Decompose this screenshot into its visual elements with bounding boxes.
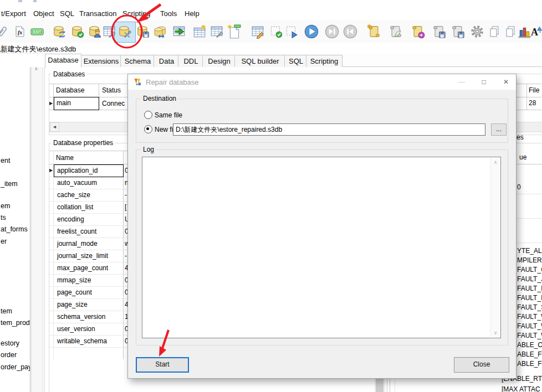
table-import-icon[interactable] [171,23,187,40]
copy-icon[interactable] [487,23,502,40]
step-prev-icon[interactable] [342,23,358,40]
databases-hscrollbar[interactable]: ◄ [49,122,128,132]
db-refresh-icon[interactable] [52,23,67,40]
script-save-icon[interactable] [431,23,447,40]
scroll-up-icon[interactable]: ∧ [491,158,500,167]
table-edit-icon[interactable] [209,23,224,40]
menu-import-export[interactable]: t/Export [0,9,28,18]
compile-option-fragment: FAULT_W [517,313,542,321]
table-new-icon[interactable] [192,23,207,40]
tab-ddl[interactable]: DDL [178,55,204,67]
maximize-icon[interactable]: □ [475,76,493,88]
browse-button[interactable]: ... [491,123,507,136]
new-file-radio[interactable] [144,125,152,133]
tree-item-fragment[interactable]: em [1,202,10,210]
property-cell-selected[interactable] [54,164,124,177]
databases-hscrollbar-right[interactable] [515,122,542,132]
database-cell-selected[interactable]: main [54,97,99,110]
col-header-status[interactable]: Status [102,86,121,94]
settings-gear-icon[interactable] [469,23,485,40]
script-run-icon[interactable] [410,23,426,40]
col-header-name[interactable]: Name [56,154,74,162]
new-file-path-input[interactable]: D:\新建文件夹\estore_repaired.s3db [173,123,485,136]
compile-option-fragment: [MAX ATTAC [502,385,540,392]
tab-sql[interactable]: SQL [284,55,308,67]
log-group: Log ∧ ∨ [136,149,508,345]
tree-item-fragment[interactable]: tem_prod [1,319,30,327]
tree-item-fragment[interactable]: ent [1,157,10,164]
compile-option-fragment: FAULT_RE [517,294,542,302]
tab-design[interactable]: Design [202,55,236,67]
tab-extensions[interactable]: Extensions [80,55,122,67]
database-file-size[interactable]: 28 [529,99,536,107]
tree-item-fragment[interactable]: at_forms [1,225,28,233]
object-tree-panel[interactable]: ent _item em ts at_forms er tem tem_prod… [0,67,30,392]
tab-database[interactable]: Database [45,54,81,68]
menu-transaction[interactable]: Transaction [77,9,119,18]
script-open-icon[interactable] [388,23,403,40]
run-to-cursor-icon[interactable] [284,23,299,40]
grid-line [515,243,542,243]
script-save-as-icon[interactable] [450,23,466,40]
db-check-icon[interactable] [70,23,85,40]
db-maintain-icon[interactable] [87,23,103,40]
row-marker-icon: ▶ [49,101,53,106]
property-name: user_version [57,325,95,333]
tree-item-fragment[interactable]: ts [1,214,6,221]
run-check-icon[interactable] [268,23,284,40]
tree-item-fragment[interactable]: estory [1,339,19,347]
tab-data[interactable]: Data [154,55,180,67]
tree-scrollbar[interactable]: ∧ [31,67,43,392]
tree-item-fragment[interactable]: tem [1,307,12,315]
col-header-file[interactable]: File [529,86,539,94]
function-icon[interactable]: fx [12,23,28,40]
tree-item-fragment[interactable]: order_pay [1,363,30,371]
attach-icon[interactable] [0,23,11,40]
paste-icon[interactable] [503,23,518,40]
tab-sql-builder[interactable]: SQL builder [234,55,286,67]
tab-schema[interactable]: Schema [120,55,155,67]
menu-tools[interactable]: Tools [158,9,179,18]
scrollbar-thumb[interactable] [376,378,384,392]
properties-vscrollbar[interactable] [375,378,385,392]
property-name: journal_size_limit [57,252,108,260]
page-new-icon[interactable] [227,23,242,40]
close-button[interactable]: Close [454,357,509,373]
compile-option-fragment: ABLE_CO [517,341,542,349]
menu-sql[interactable]: SQL [58,9,76,18]
col-header-database[interactable]: Database [56,86,84,94]
scroll-down-icon[interactable]: ∨ [491,328,500,337]
log-textarea[interactable]: ∧ ∨ [142,157,501,338]
scroll-up-icon[interactable]: ∧ [34,66,38,71]
font-decrease-icon[interactable]: A [539,23,542,40]
dialog-titlebar[interactable]: Repair database — □ ✕ [128,74,516,90]
compile-option-fragment: FAULT_JO [517,275,542,283]
menu-object[interactable]: Object [31,9,57,18]
tree-item-fragment[interactable]: _item [1,180,18,188]
scroll-left-icon[interactable]: ◄ [50,122,59,132]
tab-scripting[interactable]: Scripting [306,55,342,67]
same-file-radio[interactable] [144,111,152,119]
database-status[interactable]: Connec [102,100,125,107]
compile-option-fragment: FAULT_CA [517,266,542,274]
menu-help[interactable]: Help [182,9,202,18]
same-file-label[interactable]: Same file [155,111,182,119]
execute-icon[interactable] [304,23,319,40]
tree-item-fragment[interactable]: er [1,238,7,245]
db-transfer-icon[interactable] [154,23,169,40]
table-tools-icon[interactable] [101,23,117,40]
step-next-icon[interactable] [324,23,340,40]
db-save-icon[interactable] [135,23,151,40]
tree-item-fragment[interactable]: order [1,351,17,359]
start-button[interactable]: Start [136,357,189,373]
minimize-icon[interactable]: — [453,76,471,88]
compile-option-fragment: ABLE_FTS [517,360,542,368]
svg-text:A: A [539,30,541,33]
exit-icon[interactable]: EXIT [29,23,45,40]
close-icon[interactable]: ✕ [497,76,515,88]
grid-edit-icon[interactable] [250,23,265,40]
menu-scripting[interactable]: Scripting [120,9,153,18]
log-scrollbar[interactable]: ∧ ∨ [490,158,500,337]
script-new-icon[interactable] [366,23,382,40]
db-repair-icon[interactable] [117,23,132,40]
